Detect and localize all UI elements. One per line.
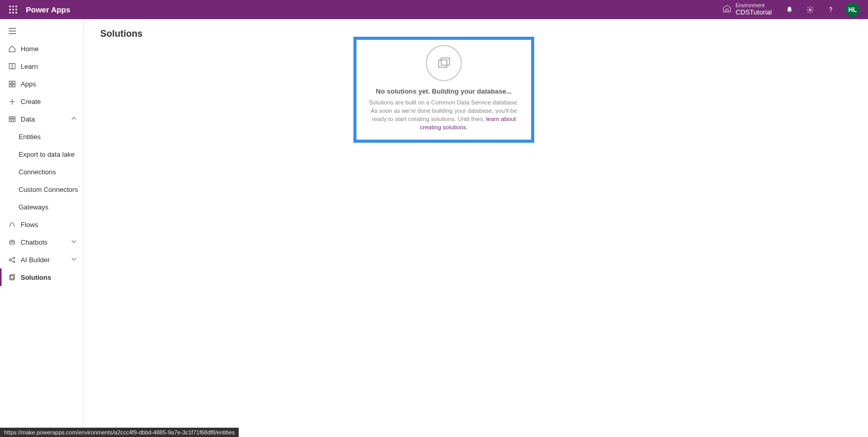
help-icon[interactable] [820,0,841,19]
sidebar-item-label: Export to data lake [19,150,74,158]
svg-point-9 [809,9,811,11]
svg-rect-6 [9,12,11,13]
svg-rect-24 [439,60,447,67]
sidebar-item-custom-connectors[interactable]: Custom Connectors [0,180,83,198]
sidebar-item-gateways[interactable]: Gateways [0,198,83,216]
sidebar-item-label: AI Builder [21,256,50,264]
empty-state-description: Solutions are built on a Common Data Ser… [363,98,525,131]
svg-rect-2 [16,6,17,7]
sidebar-item-solutions[interactable]: Solutions [0,268,83,286]
chevron-down-icon [71,238,77,246]
home-icon [7,45,17,53]
sidebar-item-label: Solutions [21,274,51,281]
svg-rect-0 [9,6,11,7]
status-bar: https://make.powerapps.com/environments/… [0,428,239,437]
avatar[interactable]: HL [845,3,860,17]
app-body: Home Learn Apps Create Data Entities Exp… [0,19,868,437]
sidebar-item-label: Gateways [19,203,49,211]
sidebar-item-label: Chatbots [21,238,48,246]
scrollbar-track[interactable] [860,19,868,437]
svg-rect-7 [12,12,14,13]
svg-rect-16 [9,240,14,244]
sidebar-item-flows[interactable]: Flows [0,216,83,233]
environment-icon [722,4,732,15]
environment-picker[interactable]: Environment CDSTutorial [715,3,779,16]
flow-icon [7,221,17,229]
sidebar-collapse-button[interactable] [0,22,83,40]
sidebar-item-label: Custom Connectors [19,186,78,193]
sidebar-item-label: Entities [19,133,41,141]
svg-rect-4 [12,9,14,10]
apps-icon [7,80,17,88]
svg-rect-8 [16,12,17,13]
empty-state-text-tail: . [466,124,468,130]
avatar-initials: HL [848,6,857,13]
empty-state-title: No solutions yet. Building your database… [363,87,525,95]
svg-rect-11 [9,81,11,83]
status-url: https://make.powerapps.com/environments/… [4,429,235,435]
app-header: Power Apps Environment CDSTutorial HL [0,0,868,19]
svg-point-18 [12,242,13,243]
sidebar-item-entities[interactable]: Entities [0,128,83,145]
notifications-icon[interactable] [779,0,800,19]
waffle-icon[interactable] [4,1,23,19]
chevron-up-icon [71,115,77,123]
sidebar-item-label: Learn [21,63,38,70]
sidebar-item-label: Connections [19,168,56,176]
sidebar-item-chatbots[interactable]: Chatbots [0,233,83,251]
svg-rect-14 [12,84,15,87]
data-icon [7,115,17,123]
svg-rect-5 [16,9,17,10]
sidebar-item-label: Apps [21,80,36,88]
svg-rect-25 [441,58,450,65]
svg-point-17 [10,242,11,243]
svg-rect-15 [9,116,14,121]
sidebar-item-ai-builder[interactable]: AI Builder [0,251,83,268]
sidebar-item-home[interactable]: Home [0,40,83,57]
sidebar-item-learn[interactable]: Learn [0,57,83,75]
solutions-icon [7,274,17,281]
sidebar: Home Learn Apps Create Data Entities Exp… [0,19,84,437]
sidebar-item-export-to-data-lake[interactable]: Export to data lake [0,145,83,163]
sidebar-item-apps[interactable]: Apps [0,75,83,93]
sidebar-item-create[interactable]: Create [0,93,83,110]
sidebar-item-label: Home [21,45,39,53]
environment-name: CDSTutorial [736,9,772,17]
chevron-down-icon [71,255,77,264]
plus-icon [7,98,17,106]
svg-point-10 [830,11,831,12]
empty-state-card: No solutions yet. Building your database… [353,37,534,143]
ai-builder-icon [7,256,17,264]
svg-rect-13 [9,84,11,87]
sidebar-item-label: Flows [21,221,38,229]
svg-rect-12 [12,81,15,83]
settings-icon[interactable] [800,0,820,19]
svg-rect-3 [9,9,11,10]
solutions-empty-icon [426,45,462,81]
brand-title[interactable]: Power Apps [26,5,70,14]
main-content: Solutions No solutions yet. Building you… [84,19,860,437]
svg-rect-1 [12,6,14,7]
chatbot-icon [7,238,17,246]
sidebar-item-data[interactable]: Data [0,110,83,128]
sidebar-item-connections[interactable]: Connections [0,163,83,180]
sidebar-item-label: Create [21,98,41,106]
sidebar-item-label: Data [21,115,35,123]
book-icon [7,63,17,70]
